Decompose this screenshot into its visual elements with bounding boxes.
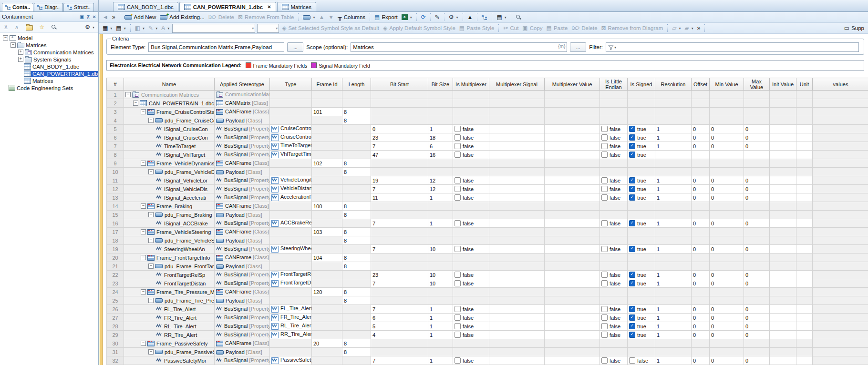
cell-is_little_endian[interactable]: false — [600, 279, 628, 288]
cell-num[interactable]: 29 — [107, 331, 124, 339]
cell-multiplexer_signal[interactable] — [489, 133, 545, 142]
cell-type[interactable] — [270, 91, 312, 99]
distribute-icon[interactable]: ▰▾ — [683, 25, 695, 31]
cell-is_little_endian[interactable] — [600, 99, 628, 108]
row-expander-icon[interactable]: − — [141, 161, 146, 166]
cell-unit[interactable] — [796, 176, 813, 185]
cell-stereotype[interactable]: BusSignal [Property] — [215, 176, 270, 185]
cell-length[interactable]: 8 — [342, 168, 371, 176]
cell-init_value[interactable] — [770, 142, 796, 151]
cell-values[interactable] — [813, 219, 868, 228]
is-little-endian-checkbox[interactable] — [601, 220, 608, 226]
cell-offset[interactable]: 0 — [692, 185, 710, 193]
cell-stereotype[interactable]: BusSignal [Property] — [215, 356, 270, 365]
cell-type[interactable]: VehicleDistance... — [270, 185, 312, 193]
column-header-frame_id[interactable]: Frame Id — [312, 78, 342, 91]
cell-stereotype[interactable]: CANFrame [Class] — [215, 288, 270, 296]
is-signed-checkbox[interactable] — [629, 126, 635, 132]
cell-offset[interactable]: 0 — [692, 219, 710, 228]
cell-frame_id[interactable] — [312, 116, 342, 125]
row-expander-icon[interactable]: − — [148, 349, 154, 355]
cell-max_value[interactable]: 0 — [744, 314, 770, 322]
row-expander-icon[interactable]: − — [133, 101, 138, 106]
delete-button[interactable]: ⌦Delete — [569, 25, 599, 31]
cell-bit_start[interactable] — [371, 236, 428, 245]
cell-frame_id[interactable] — [312, 314, 342, 322]
column-header-multiplexer_value[interactable]: Multiplexer Value — [545, 78, 600, 91]
cell-is_little_endian[interactable] — [600, 253, 628, 262]
cell-frame_id[interactable] — [312, 236, 342, 245]
cell-resolution[interactable]: 1 — [655, 125, 692, 133]
cell-resolution[interactable]: 1 — [655, 305, 692, 314]
cell-is_multiplexer[interactable] — [453, 159, 489, 168]
is-multiplexer-checkbox[interactable] — [455, 152, 461, 158]
cell-num[interactable]: 8 — [107, 151, 124, 159]
cell-is_multiplexer[interactable]: false — [453, 142, 489, 151]
cell-length[interactable]: 8 — [342, 211, 371, 219]
cell-max_value[interactable] — [744, 296, 770, 305]
cell-values[interactable] — [813, 271, 868, 279]
cell-is_multiplexer[interactable] — [453, 202, 489, 211]
cell-name[interactable]: RR_Tire_Alert — [124, 331, 215, 339]
cell-bit_size[interactable]: 10 — [428, 279, 453, 288]
tree-expander-icon[interactable]: + — [18, 57, 23, 62]
cell-name[interactable]: RL_Tire_Alert — [124, 322, 215, 331]
cell-name[interactable]: FrontTargetDistan — [124, 279, 215, 288]
cell-resolution[interactable] — [655, 91, 692, 99]
cell-offset[interactable] — [692, 348, 710, 356]
cell-length[interactable] — [342, 185, 371, 193]
cell-unit[interactable] — [796, 262, 813, 271]
cell-is_signed[interactable]: true — [628, 125, 655, 133]
cell-type[interactable] — [270, 296, 312, 305]
cell-offset[interactable] — [692, 228, 710, 236]
cell-type[interactable]: TimeToTarget — [270, 142, 312, 151]
cell-is_multiplexer[interactable]: false — [453, 245, 489, 253]
cell-bit_size[interactable] — [428, 348, 453, 356]
cell-stereotype[interactable]: CommunicationMatrixPa — [215, 91, 270, 99]
cell-bit_size[interactable] — [428, 236, 453, 245]
cell-init_value[interactable] — [770, 228, 796, 236]
cell-bit_start[interactable] — [371, 108, 428, 116]
column-header-is_multiplexer[interactable]: Is Multiplexer — [453, 78, 489, 91]
cell-name[interactable]: −pdu_Frame_Braking — [124, 211, 215, 219]
is-multiplexer-checkbox[interactable] — [455, 323, 461, 329]
cell-bit_start[interactable] — [371, 296, 428, 305]
export-button[interactable]: ▤Export — [372, 14, 400, 20]
cell-num[interactable]: 13 — [107, 193, 124, 202]
cell-unit[interactable] — [796, 116, 813, 125]
cell-num[interactable]: 25 — [107, 296, 124, 305]
column-header-bit_start[interactable]: Bit Start — [371, 78, 428, 91]
cell-unit[interactable] — [796, 193, 813, 202]
cell-num[interactable]: 1 — [107, 91, 124, 99]
cell-min_value[interactable] — [710, 168, 744, 176]
cell-offset[interactable] — [692, 108, 710, 116]
cell-frame_id[interactable]: 103 — [312, 228, 342, 236]
cell-min_value[interactable]: 0 — [710, 193, 744, 202]
row-expander-icon[interactable]: − — [141, 255, 146, 260]
cell-is_little_endian[interactable]: false — [600, 305, 628, 314]
cell-frame_id[interactable] — [312, 142, 342, 151]
cell-is_multiplexer[interactable] — [453, 236, 489, 245]
cell-multiplexer_signal[interactable] — [489, 211, 545, 219]
cell-min_value[interactable]: 0 — [710, 133, 744, 142]
is-signed-checkbox[interactable] — [629, 177, 635, 183]
cell-multiplexer_signal[interactable] — [489, 322, 545, 331]
columns-button[interactable]: ╥Columns — [336, 14, 367, 20]
cell-frame_id[interactable]: 104 — [312, 253, 342, 262]
cell-max_value[interactable] — [744, 202, 770, 211]
cell-offset[interactable] — [692, 159, 710, 168]
cell-is_signed[interactable]: true — [628, 331, 655, 339]
cell-is_signed[interactable] — [628, 296, 655, 305]
cell-max_value[interactable] — [744, 168, 770, 176]
row-expander-icon[interactable]: − — [148, 118, 154, 123]
is-little-endian-checkbox[interactable] — [601, 246, 608, 252]
cell-multiplexer_value[interactable] — [545, 356, 600, 365]
cell-values[interactable] — [813, 236, 868, 245]
cell-frame_id[interactable] — [312, 271, 342, 279]
cell-min_value[interactable] — [710, 151, 744, 159]
cell-frame_id[interactable] — [312, 322, 342, 331]
column-header-is_signed[interactable]: Is Signed — [628, 78, 655, 91]
cell-is_signed[interactable] — [628, 116, 655, 125]
cell-length[interactable] — [342, 176, 371, 185]
cell-unit[interactable] — [796, 296, 813, 305]
